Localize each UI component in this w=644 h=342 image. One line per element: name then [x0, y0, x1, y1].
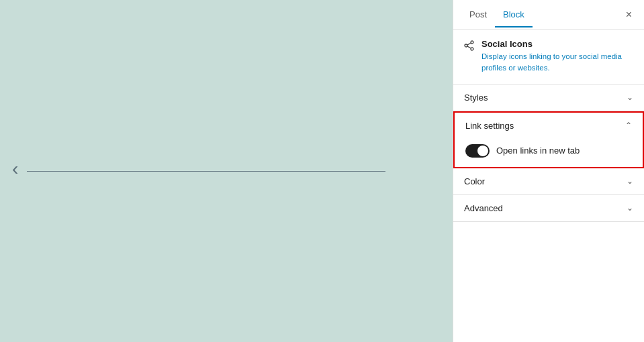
close-button[interactable]: ×	[622, 7, 636, 23]
styles-title: Styles	[464, 93, 488, 103]
color-header[interactable]: Color ⌄	[453, 168, 644, 194]
share-icon	[464, 40, 475, 54]
block-description: Display icons linking to your social med…	[481, 51, 633, 74]
open-new-tab-row: Open links in new tab	[465, 144, 632, 158]
canvas-arrow-icon: ‹	[12, 158, 18, 180]
sidebar: Post Block × Social Icons Display icons …	[453, 0, 644, 342]
svg-line-3	[467, 43, 471, 45]
block-title: Social Icons	[481, 39, 633, 49]
styles-header[interactable]: Styles ⌄	[453, 84, 644, 111]
svg-point-0	[471, 41, 473, 44]
color-chevron-icon: ⌄	[627, 176, 633, 186]
advanced-header[interactable]: Advanced ⌄	[453, 195, 644, 221]
styles-section: Styles ⌄	[453, 84, 644, 111]
link-settings-section: Link settings ⌃ Open links in new tab	[453, 111, 644, 168]
color-section: Color ⌄	[453, 168, 644, 195]
link-settings-chevron-icon: ⌃	[625, 121, 632, 130]
link-settings-body: Open links in new tab	[455, 139, 643, 167]
link-settings-header[interactable]: Link settings ⌃	[455, 113, 643, 139]
canvas-line	[27, 171, 385, 172]
canvas-area: ‹	[0, 0, 453, 342]
color-title: Color	[464, 176, 485, 186]
tab-post[interactable]: Post	[461, 3, 495, 27]
block-details: Social Icons Display icons linking to yo…	[481, 39, 633, 74]
open-new-tab-label: Open links in new tab	[496, 146, 580, 156]
tab-block[interactable]: Block	[495, 3, 533, 27]
advanced-chevron-icon: ⌄	[627, 203, 633, 213]
svg-point-2	[471, 48, 473, 50]
svg-point-1	[465, 44, 467, 47]
advanced-section: Advanced ⌄	[453, 195, 644, 222]
svg-line-4	[467, 46, 471, 48]
sidebar-tabs: Post Block ×	[453, 0, 644, 30]
block-info: Social Icons Display icons linking to yo…	[453, 30, 644, 84]
open-new-tab-toggle[interactable]	[465, 144, 490, 158]
advanced-title: Advanced	[464, 203, 503, 213]
styles-chevron-icon: ⌄	[627, 93, 633, 102]
link-settings-title: Link settings	[465, 121, 514, 131]
